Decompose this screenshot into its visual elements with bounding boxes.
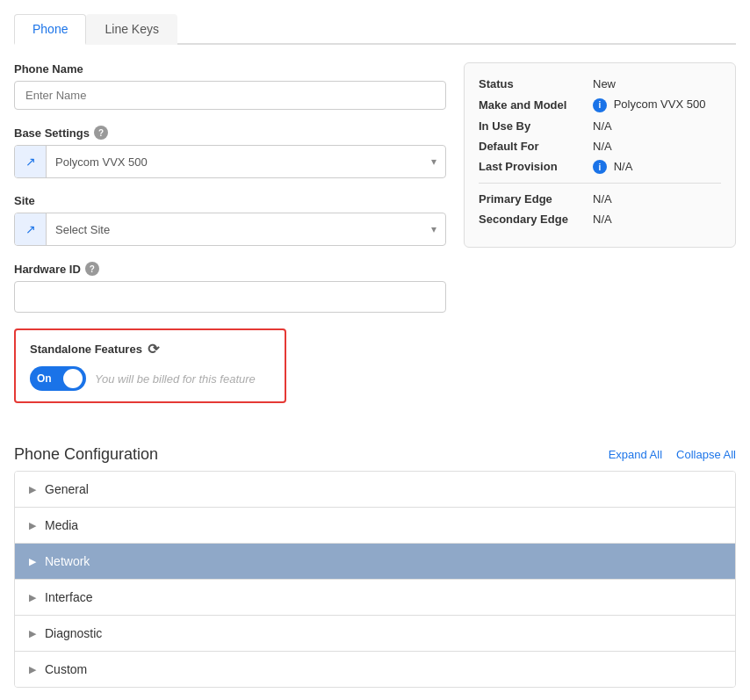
base-settings-group: Base Settings ? ↗ Polycom VVX 500 ▾ xyxy=(14,126,446,178)
make-model-label: Make and Model xyxy=(479,98,593,112)
base-settings-value: Polycom VVX 500 xyxy=(55,155,148,169)
accordion: ▶ General ▶ Media ▶ Network ▶ Interface … xyxy=(14,471,736,688)
accordion-item-diagnostic[interactable]: ▶ Diagnostic xyxy=(15,616,735,652)
tab-phone[interactable]: Phone xyxy=(14,14,86,45)
default-for-row: Default For N/A xyxy=(479,140,721,153)
hardware-id-help-icon[interactable]: ? xyxy=(85,262,99,276)
status-label: Status xyxy=(479,77,593,90)
accordion-item-custom[interactable]: ▶ Custom xyxy=(15,652,735,687)
site-external-link-icon: ↗ xyxy=(25,222,36,236)
accordion-chevron-media: ▶ xyxy=(29,520,36,531)
primary-edge-value: N/A xyxy=(593,192,612,206)
phone-config-section: Phone Configuration Expand All Collapse … xyxy=(14,445,736,688)
hardware-id-group: Hardware ID ? xyxy=(14,262,446,313)
in-use-by-label: In Use By xyxy=(479,119,593,133)
default-for-label: Default For xyxy=(479,140,593,153)
standalone-features-box: Standalone Features ⟳ On You will be bil… xyxy=(14,328,286,403)
primary-edge-label: Primary Edge xyxy=(479,192,593,206)
base-settings-chevron-icon: ▾ xyxy=(431,155,436,168)
site-select[interactable]: Select Site ▾ xyxy=(47,213,445,245)
phone-name-input[interactable] xyxy=(14,81,446,110)
accordion-chevron-custom: ▶ xyxy=(29,664,36,675)
standalone-features-title: Standalone Features ⟳ xyxy=(30,341,270,357)
accordion-chevron-general: ▶ xyxy=(29,484,36,495)
phone-name-group: Phone Name xyxy=(14,62,446,110)
last-provision-row: Last Provision i N/A xyxy=(479,160,721,175)
billing-note: You will be billed for this feature xyxy=(95,372,256,386)
info-divider xyxy=(479,183,721,184)
accordion-item-interface[interactable]: ▶ Interface xyxy=(15,580,735,616)
make-model-info-icon: i xyxy=(593,98,607,112)
base-settings-external-link-button[interactable]: ↗ xyxy=(15,146,47,177)
base-settings-select-wrapper: ↗ Polycom VVX 500 ▾ xyxy=(14,145,446,178)
expand-all-link[interactable]: Expand All xyxy=(609,448,662,461)
secondary-edge-value: N/A xyxy=(593,213,612,226)
accordion-item-network[interactable]: ▶ Network xyxy=(15,544,735,580)
phone-config-header: Phone Configuration Expand All Collapse … xyxy=(14,445,736,464)
phone-config-title: Phone Configuration xyxy=(14,445,158,464)
secondary-edge-row: Secondary Edge N/A xyxy=(479,213,721,226)
hardware-id-label: Hardware ID ? xyxy=(14,262,446,276)
site-chevron-icon: ▾ xyxy=(431,223,436,235)
base-settings-help-icon[interactable]: ? xyxy=(94,126,108,140)
standalone-toggle-row: On You will be billed for this feature xyxy=(30,366,270,391)
base-settings-select[interactable]: Polycom VVX 500 ▾ xyxy=(47,146,445,177)
tab-line-keys[interactable]: Line Keys xyxy=(86,14,177,45)
accordion-label-media: Media xyxy=(45,518,78,532)
accordion-item-media[interactable]: ▶ Media xyxy=(15,508,735,544)
primary-edge-row: Primary Edge N/A xyxy=(479,192,721,206)
accordion-chevron-diagnostic: ▶ xyxy=(29,628,36,639)
site-select-wrapper: ↗ Select Site ▾ xyxy=(14,213,446,246)
accordion-chevron-interface: ▶ xyxy=(29,592,36,603)
make-model-row: Make and Model i Polycom VVX 500 xyxy=(479,97,721,112)
accordion-label-diagnostic: Diagnostic xyxy=(45,626,102,640)
accordion-label-custom: Custom xyxy=(45,662,87,676)
accordion-label-network: Network xyxy=(45,554,90,568)
in-use-by-row: In Use By N/A xyxy=(479,119,721,133)
main-layout: Phone Name Base Settings ? ↗ Polycom VVX… xyxy=(14,62,736,424)
site-external-link-button[interactable]: ↗ xyxy=(15,213,47,245)
last-provision-value: i N/A xyxy=(593,160,632,175)
site-group: Site ↗ Select Site ▾ xyxy=(14,194,446,246)
left-column: Phone Name Base Settings ? ↗ Polycom VVX… xyxy=(14,62,446,424)
base-settings-label: Base Settings ? xyxy=(14,126,446,140)
tab-bar: Phone Line Keys xyxy=(14,14,736,45)
hardware-id-input[interactable] xyxy=(14,281,446,313)
expand-collapse-links: Expand All Collapse All xyxy=(609,448,736,461)
accordion-chevron-network: ▶ xyxy=(29,556,36,567)
toggle-on-label: On xyxy=(33,372,52,385)
accordion-label-general: General xyxy=(45,482,89,496)
phone-name-label: Phone Name xyxy=(14,62,446,76)
default-for-value: N/A xyxy=(593,140,612,153)
status-row: Status New xyxy=(479,77,721,90)
last-provision-label: Last Provision xyxy=(479,160,593,173)
last-provision-info-icon: i xyxy=(593,160,607,174)
collapse-all-link[interactable]: Collapse All xyxy=(676,448,736,461)
right-column: Status New Make and Model i Polycom VVX … xyxy=(464,62,736,424)
standalone-refresh-icon[interactable]: ⟳ xyxy=(148,341,159,357)
accordion-label-interface: Interface xyxy=(45,590,92,604)
in-use-by-value: N/A xyxy=(593,119,612,133)
make-model-value: i Polycom VVX 500 xyxy=(593,97,705,112)
status-value: New xyxy=(593,77,616,90)
site-placeholder-text: Select Site xyxy=(55,223,110,236)
secondary-edge-label: Secondary Edge xyxy=(479,213,593,226)
external-link-icon: ↗ xyxy=(25,155,36,169)
info-card: Status New Make and Model i Polycom VVX … xyxy=(464,62,736,248)
accordion-item-general[interactable]: ▶ General xyxy=(15,472,735,508)
site-label: Site xyxy=(14,194,446,207)
standalone-toggle[interactable]: On xyxy=(30,366,86,391)
toggle-knob xyxy=(63,369,83,388)
